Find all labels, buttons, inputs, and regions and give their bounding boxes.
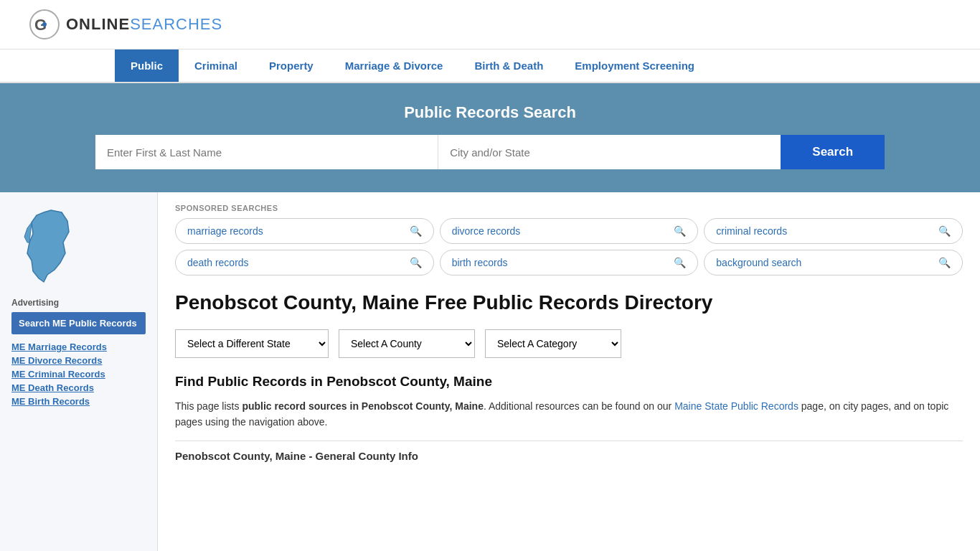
sponsored-pill-birth[interactable]: birth records 🔍 (440, 250, 699, 276)
sidebar-link-birth[interactable]: ME Birth Records (11, 396, 146, 407)
nav-item-birth[interactable]: Birth & Death (458, 50, 559, 82)
sponsored-label: SPONSORED SEARCHES (175, 204, 963, 212)
pill-label-divorce: divorce records (452, 225, 521, 237)
hero-title: Public Records Search (29, 103, 951, 122)
pill-label-marriage: marriage records (187, 225, 263, 237)
state-dropdown[interactable]: Select a Different State (175, 329, 329, 358)
sponsored-pill-death[interactable]: death records 🔍 (175, 250, 434, 276)
county-info-heading: Penobscot County, Maine - General County… (175, 441, 963, 462)
category-dropdown[interactable]: Select A Category (485, 329, 621, 358)
sidebar-link-criminal[interactable]: ME Criminal Records (11, 369, 146, 380)
header: G ONLINESEARCHES (0, 0, 980, 50)
find-records-text: This page lists public record sources in… (175, 398, 963, 430)
pill-search-icon-2: 🔍 (674, 225, 686, 237)
find-records-title: Find Public Records in Penobscot County,… (175, 374, 963, 390)
page-title: Penobscot County, Maine Free Public Reco… (175, 290, 963, 315)
sidebar-link-marriage[interactable]: ME Marriage Records (11, 342, 146, 352)
main-content: SPONSORED SEARCHES marriage records 🔍 di… (158, 192, 980, 551)
svg-marker-3 (27, 210, 69, 282)
find-text-bold: public record sources in Penobscot Count… (242, 400, 484, 412)
name-input[interactable] (95, 135, 438, 169)
ad-label: Advertising (11, 298, 146, 308)
pill-label-background: background search (716, 257, 801, 268)
pill-search-icon-5: 🔍 (674, 257, 686, 268)
pill-search-icon-1: 🔍 (410, 225, 422, 237)
search-button[interactable]: Search (781, 135, 885, 169)
find-text-1: This page lists (175, 400, 242, 412)
find-link[interactable]: Maine State Public Records (674, 400, 798, 412)
search-bar: Search (95, 135, 885, 169)
logo-text: ONLINESEARCHES (66, 15, 222, 34)
nav-item-public[interactable]: Public (115, 50, 179, 82)
sidebar-link-death[interactable]: ME Death Records (11, 382, 146, 393)
nav-item-marriage[interactable]: Marriage & Divorce (329, 50, 459, 82)
pill-label-criminal: criminal records (716, 225, 787, 237)
pill-label-birth: birth records (452, 257, 508, 268)
sponsored-pill-divorce[interactable]: divorce records 🔍 (440, 218, 699, 244)
ad-box[interactable]: Search ME Public Records (11, 312, 146, 334)
sidebar-link-divorce[interactable]: ME Divorce Records (11, 355, 146, 366)
nav-item-employment[interactable]: Employment Screening (559, 50, 710, 82)
pill-label-death: death records (187, 257, 249, 268)
sponsored-pill-background[interactable]: background search 🔍 (704, 250, 963, 276)
main-nav: Public Criminal Property Marriage & Divo… (0, 50, 980, 83)
hero-section: Public Records Search Search (0, 83, 980, 192)
pill-search-icon-6: 🔍 (938, 257, 951, 268)
svg-point-2 (42, 22, 47, 27)
state-map (11, 207, 146, 292)
nav-item-criminal[interactable]: Criminal (179, 50, 253, 82)
pill-search-icon-3: 🔍 (938, 225, 951, 237)
location-input[interactable] (438, 135, 781, 169)
logo-area: G ONLINESEARCHES (29, 9, 222, 40)
county-dropdown[interactable]: Select A County (339, 329, 475, 358)
maine-map-svg (11, 207, 83, 289)
dropdowns-row: Select a Different State Select A County… (175, 329, 963, 358)
pill-search-icon-4: 🔍 (410, 257, 422, 268)
nav-item-property[interactable]: Property (253, 50, 329, 82)
find-text-2: . Additional resources can be found on o… (484, 400, 674, 412)
sponsored-pill-marriage[interactable]: marriage records 🔍 (175, 218, 434, 244)
sidebar: Advertising Search ME Public Records ME … (0, 192, 158, 551)
sponsored-grid: marriage records 🔍 divorce records 🔍 cri… (175, 218, 963, 276)
g-logo-icon: G (29, 9, 60, 40)
sponsored-pill-criminal[interactable]: criminal records 🔍 (704, 218, 963, 244)
